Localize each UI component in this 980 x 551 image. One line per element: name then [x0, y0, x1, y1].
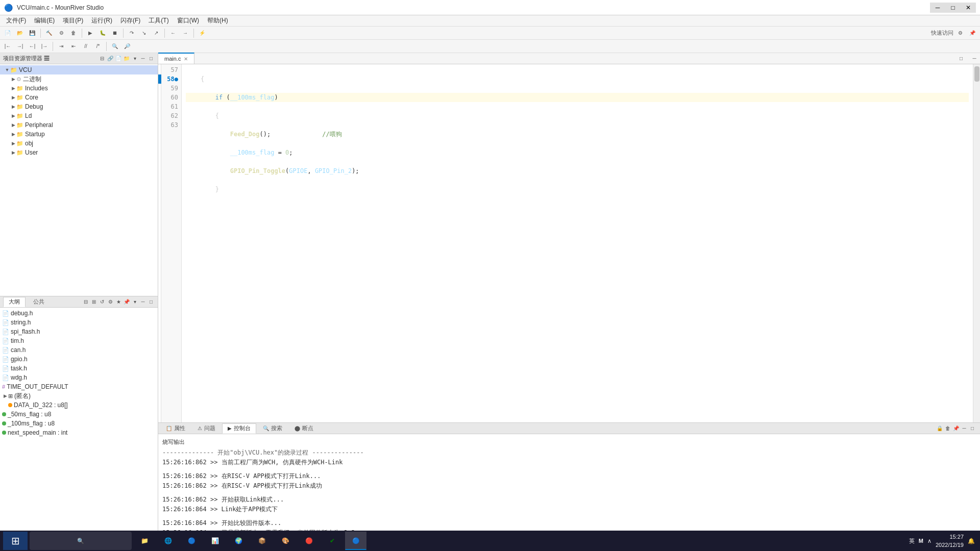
tab-console[interactable]: ▶ 控制台: [222, 423, 256, 434]
tb-stop[interactable]: ⏹: [109, 28, 120, 39]
tb-build[interactable]: 🔨: [43, 28, 55, 39]
close-button[interactable]: ✕: [961, 3, 976, 13]
outline-debug-h[interactable]: 📄 debug.h: [0, 309, 158, 318]
taskbar-calculator[interactable]: 📊: [204, 532, 226, 550]
outline-string-h[interactable]: 📄 string.h: [0, 318, 158, 327]
outline-filter-icon[interactable]: ⚙: [107, 298, 114, 306]
outline-menu-icon[interactable]: ▾: [131, 298, 138, 306]
console-minimize[interactable]: ─: [961, 425, 968, 432]
tb-run[interactable]: ▶: [85, 28, 96, 39]
outline-can-h[interactable]: 📄 can.h: [0, 345, 158, 355]
expand-arrow-vcu[interactable]: ▼: [4, 67, 10, 72]
tree-item-includes[interactable]: ▶ 📁 Includes: [0, 84, 158, 93]
tab-maximize-button[interactable]: □: [955, 53, 967, 64]
tb2-outdent[interactable]: ⇤: [68, 41, 79, 52]
outline-task-h[interactable]: 📄 task.h: [0, 364, 158, 373]
tab-properties[interactable]: 📋 属性: [160, 423, 191, 434]
tree-item-core[interactable]: ▶ 📁 Core: [0, 93, 158, 102]
tb2-indent[interactable]: ⇥: [56, 41, 67, 52]
outline-refresh-icon[interactable]: ↺: [99, 298, 106, 306]
tb-new[interactable]: 📄: [2, 28, 13, 39]
outline-50ms-flag[interactable]: _50ms_flag : u8: [0, 410, 158, 419]
outline-wdg-h[interactable]: 📄 wdg.h: [0, 373, 158, 382]
tb2-btn1[interactable]: |←: [2, 41, 13, 52]
tab-main-c[interactable]: main.c ✕: [158, 53, 194, 64]
tb2-btn3[interactable]: ←|: [27, 41, 38, 52]
tb-step-out[interactable]: ↗: [151, 28, 162, 39]
outline-next-speed[interactable]: next_speed_main : int: [0, 428, 158, 437]
console-maximize[interactable]: □: [969, 425, 976, 432]
new-folder-icon[interactable]: 📁: [123, 55, 130, 62]
notification-icon[interactable]: 🔔: [968, 538, 975, 544]
code-editor[interactable]: { if (__100ms_flag) { Feed_Dog(); //喂狗 _…: [182, 64, 973, 422]
right-scrollbar[interactable]: [973, 64, 980, 422]
collapse-all-icon[interactable]: ⊟: [99, 55, 106, 62]
tab-close-main-c[interactable]: ✕: [184, 56, 188, 62]
expand-arrow-binaries[interactable]: ▶: [10, 77, 16, 82]
link-editor-icon[interactable]: 🔗: [107, 55, 114, 62]
expand-arrow-core[interactable]: ▶: [10, 95, 16, 100]
tb2-comment[interactable]: //: [80, 41, 91, 52]
taskbar-globe[interactable]: 🌍: [228, 532, 249, 550]
maximize-button[interactable]: □: [945, 3, 961, 13]
outline-spi-flash-h[interactable]: 📄 spi_flash.h: [0, 327, 158, 336]
expand-arrow-peripheral[interactable]: ▶: [10, 122, 16, 128]
menu-project[interactable]: 项目(P): [59, 15, 87, 26]
tb-save[interactable]: 💾: [27, 28, 38, 39]
tree-item-obj[interactable]: ▶ 📁 obj: [0, 139, 158, 148]
expand-arrow-ld[interactable]: ▶: [10, 113, 16, 118]
new-file-icon[interactable]: 📄: [115, 55, 122, 62]
outline-minimize-icon[interactable]: ─: [139, 298, 146, 306]
tree-item-peripheral[interactable]: ▶ 📁 Peripheral: [0, 120, 158, 130]
outline-anonymous[interactable]: ▶ ⊞ (匿名): [0, 391, 158, 400]
expand-arrow-debug[interactable]: ▶: [10, 104, 16, 109]
taskbar-app-blue[interactable]: 🔵: [181, 532, 202, 550]
expand-arrow-anon[interactable]: ▶: [2, 393, 8, 398]
tb2-btn4[interactable]: |→: [39, 41, 50, 52]
taskbar-archive[interactable]: 📦: [251, 532, 273, 550]
tb-forward[interactable]: →: [180, 28, 191, 39]
outline-data-id[interactable]: DATA_ID_322 : u8[]: [0, 400, 158, 410]
outline-expand-icon[interactable]: ⊞: [90, 298, 97, 306]
expand-arrow-obj[interactable]: ▶: [10, 141, 16, 146]
outline-star-icon[interactable]: ★: [115, 298, 122, 306]
tab-search[interactable]: 🔍 搜索: [257, 423, 288, 434]
expand-arrow-user[interactable]: ▶: [10, 150, 16, 155]
tb-clean[interactable]: 🗑: [68, 28, 79, 39]
menu-file[interactable]: 文件(F): [2, 15, 30, 26]
tree-item-binaries[interactable]: ▶ ⚙ 二进制: [0, 74, 158, 84]
outline-gpio-h[interactable]: 📄 gpio.h: [0, 355, 158, 364]
taskbar-edge[interactable]: 🌐: [157, 532, 179, 550]
minimize-button[interactable]: ─: [930, 3, 945, 13]
tab-breakpoints[interactable]: ⬤ 断点: [289, 423, 319, 434]
tb-pin[interactable]: 📌: [967, 28, 978, 39]
tree-item-ld[interactable]: ▶ 📁 Ld: [0, 111, 158, 120]
tb-debug[interactable]: 🐛: [97, 28, 108, 39]
console-clear[interactable]: 🗑: [944, 425, 951, 432]
outline-tim-h[interactable]: 📄 tim.h: [0, 336, 158, 345]
tab-problems[interactable]: ⚠ 问题: [192, 423, 221, 434]
menu-flash[interactable]: 闪存(F): [116, 15, 144, 26]
tb-build-all[interactable]: ⚙: [56, 28, 67, 39]
outline-collapse-icon[interactable]: ⊟: [82, 298, 89, 306]
tab-minimize-button[interactable]: ─: [969, 53, 980, 64]
tb2-btn2[interactable]: →|: [14, 41, 26, 52]
tb2-navigate2[interactable]: 🔎: [121, 41, 133, 52]
menu-edit[interactable]: 编辑(E): [30, 15, 59, 26]
scrollbar-thumb[interactable]: [974, 66, 979, 82]
outline-tab[interactable]: 大纲: [3, 297, 26, 307]
tb-flash[interactable]: ⚡: [197, 28, 208, 39]
outline-timeout[interactable]: # TIME_OUT_DEFAULT: [0, 382, 158, 391]
maximize-panel-icon[interactable]: □: [148, 55, 155, 62]
tb-step-into[interactable]: ↘: [138, 28, 150, 39]
outline-pin-icon[interactable]: 📌: [123, 298, 130, 306]
start-button[interactable]: ⊞: [3, 532, 28, 550]
tb2-uncomment[interactable]: /*: [92, 41, 104, 52]
tree-item-user[interactable]: ▶ 📁 User: [0, 148, 158, 157]
taskbar-paint[interactable]: 🎨: [275, 532, 296, 550]
system-clock[interactable]: 15:27 2022/12/19: [936, 533, 964, 549]
expand-arrow-startup[interactable]: ▶: [10, 132, 16, 137]
menu-tools[interactable]: 工具(T): [144, 15, 173, 26]
console-scroll-lock[interactable]: 🔒: [936, 425, 943, 432]
tree-item-debug[interactable]: ▶ 📁 Debug: [0, 102, 158, 111]
